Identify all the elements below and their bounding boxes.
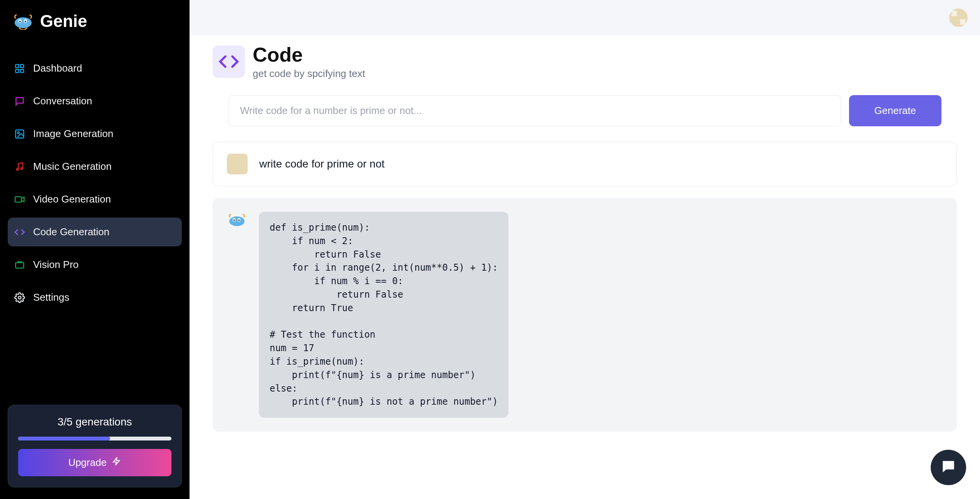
sidebar-item-label: Video Generation [33,193,111,205]
main: Code get code by spcifying text Generate… [190,0,980,499]
prompt-row: Generate [228,95,941,126]
sidebar-item-video-generation[interactable]: Video Generation [8,185,182,214]
page-header: Code get code by spcifying text [213,43,957,80]
music-icon [14,161,25,172]
gear-icon [14,292,25,303]
sidebar-item-vision-pro[interactable]: Vision Pro [8,250,182,279]
conversation-icon [14,95,25,107]
bot-message: def is_prime(num): if num < 2: return Fa… [213,198,957,432]
sidebar-item-label: Dashboard [33,62,82,74]
bot-code-block: def is_prime(num): if num < 2: return Fa… [259,212,508,418]
svg-point-12 [21,167,23,169]
sidebar-item-conversation[interactable]: Conversation [8,87,182,116]
page-subtitle: get code by spcifying text [253,68,365,80]
generate-button[interactable]: Generate [849,95,941,126]
svg-point-15 [18,296,21,299]
page-code-icon [213,45,245,78]
sidebar-item-image-generation[interactable]: Image Generation [8,119,182,148]
lightning-icon [112,457,121,469]
svg-rect-6 [20,64,23,67]
prompt-input[interactable] [228,95,841,126]
chat-fab[interactable] [931,450,966,485]
svg-point-19 [233,219,235,221]
avatar[interactable] [949,8,968,27]
video-icon [14,194,25,205]
sidebar-item-label: Image Generation [33,128,113,140]
brand[interactable]: Genie [8,12,182,31]
usage-progress-fill [18,437,110,440]
sidebar-item-music-generation[interactable]: Music Generation [8,152,182,181]
sidebar-item-label: Vision Pro [33,259,79,271]
sidebar: Genie Dashboard Conversation [0,0,190,499]
upgrade-button[interactable]: Upgrade [18,449,171,476]
nav: Dashboard Conversation Image Generation [8,54,182,312]
brand-logo-icon [12,13,35,30]
svg-rect-8 [20,69,23,72]
svg-point-0 [15,17,32,28]
upgrade-label: Upgrade [68,457,107,469]
brand-name: Genie [40,12,87,31]
svg-point-11 [17,168,18,170]
code-icon [14,226,25,238]
sidebar-item-label: Settings [33,291,69,303]
bot-logo-icon [227,212,247,228]
topbar [190,0,980,35]
svg-point-20 [238,219,240,221]
svg-rect-5 [16,64,19,67]
usage-progress [18,437,171,440]
sidebar-item-settings[interactable]: Settings [8,283,182,312]
sidebar-item-dashboard[interactable]: Dashboard [8,54,182,83]
svg-point-3 [19,21,21,22]
svg-rect-13 [15,197,21,202]
svg-rect-9 [16,130,24,138]
sidebar-item-label: Code Generation [33,226,109,238]
sidebar-item-label: Music Generation [33,161,112,172]
svg-rect-7 [16,69,19,72]
usage-text: 3/5 generations [18,416,171,428]
svg-point-10 [17,132,19,134]
svg-point-4 [25,21,26,22]
user-message: write code for prime or not [213,142,957,186]
vision-icon [14,259,25,271]
page-title: Code [253,43,365,66]
page-content: Code get code by spcifying text Generate… [190,35,980,499]
image-icon [14,128,25,140]
user-avatar-icon [227,154,248,174]
svg-rect-14 [16,263,24,268]
sidebar-item-label: Conversation [33,95,92,107]
dashboard-icon [14,63,25,74]
sidebar-item-code-generation[interactable]: Code Generation [8,218,182,246]
svg-point-16 [229,216,245,226]
user-message-text: write code for prime or not [259,158,384,170]
chat-bubble-icon [940,458,957,477]
usage-card: 3/5 generations Upgrade [8,405,182,487]
